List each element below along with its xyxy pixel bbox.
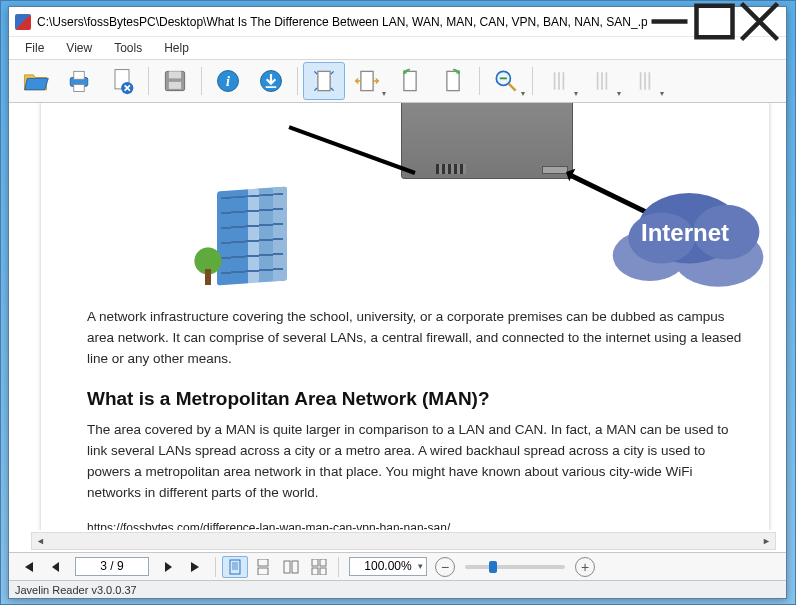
status-bar: Javelin Reader v3.0.0.37 <box>9 580 786 598</box>
dropdown-icon: ▾ <box>617 89 621 98</box>
maximize-button[interactable] <box>692 8 737 36</box>
svg-rect-0 <box>697 6 733 38</box>
prev-page-button[interactable] <box>43 556 69 578</box>
save-button[interactable] <box>154 62 196 100</box>
separator <box>338 557 339 577</box>
svg-rect-2 <box>74 71 85 79</box>
toolbar: i ▾ ▾ ▾ ▾ <box>9 59 786 103</box>
internet-label: Internet <box>601 219 769 247</box>
menu-view[interactable]: View <box>56 39 102 57</box>
document-viewport[interactable]: Internet A network infrastructure coveri… <box>9 103 786 552</box>
dropdown-icon: ▾ <box>521 89 525 98</box>
fit-width-button[interactable]: ▾ <box>346 62 388 100</box>
horizontal-scrollbar[interactable]: ◄ ► <box>31 532 776 550</box>
continuous-view-button[interactable] <box>250 556 276 578</box>
paragraph-1: A network infrastructure covering the sc… <box>87 307 747 370</box>
window-title: C:\Users\fossBytesPC\Desktop\What Is The… <box>37 15 647 29</box>
menu-file[interactable]: File <box>15 39 54 57</box>
svg-rect-7 <box>169 71 181 78</box>
svg-rect-15 <box>447 71 459 90</box>
separator <box>148 67 149 95</box>
svg-rect-24 <box>640 72 642 90</box>
extra-tool-3[interactable]: ▾ <box>624 62 666 100</box>
svg-rect-19 <box>558 72 560 90</box>
svg-rect-33 <box>258 559 268 566</box>
zoom-slider[interactable] <box>465 565 565 569</box>
svg-rect-26 <box>649 72 651 90</box>
fit-page-button[interactable] <box>303 62 345 100</box>
svg-rect-36 <box>292 561 298 573</box>
server-graphic <box>401 103 573 179</box>
minimize-button[interactable] <box>647 8 692 36</box>
close-button[interactable] <box>737 8 782 36</box>
menu-tools[interactable]: Tools <box>104 39 152 57</box>
title-bar[interactable]: C:\Users\fossBytesPC\Desktop\What Is The… <box>9 7 786 37</box>
open-button[interactable] <box>15 62 57 100</box>
svg-rect-3 <box>74 85 85 92</box>
menu-bar: File View Tools Help <box>9 37 786 59</box>
rotate-right-button[interactable] <box>432 62 474 100</box>
network-diagram: Internet <box>177 109 753 299</box>
zoom-out-button[interactable]: − <box>435 557 455 577</box>
paragraph-2: The area covered by a MAN is quite large… <box>87 420 747 504</box>
window-controls <box>647 8 782 36</box>
svg-rect-23 <box>606 72 608 90</box>
print-button[interactable] <box>58 62 100 100</box>
zoom-tool-button[interactable]: ▾ <box>485 62 527 100</box>
menu-help[interactable]: Help <box>154 39 199 57</box>
separator <box>215 557 216 577</box>
app-icon <box>15 14 31 30</box>
svg-rect-39 <box>312 568 318 575</box>
single-page-view-button[interactable] <box>222 556 248 578</box>
status-text: Javelin Reader v3.0.0.37 <box>15 584 137 596</box>
svg-rect-22 <box>601 72 603 90</box>
svg-rect-17 <box>500 78 507 80</box>
svg-rect-12 <box>318 71 330 90</box>
separator <box>297 67 298 95</box>
first-page-button[interactable] <box>15 556 41 578</box>
scroll-left-icon[interactable]: ◄ <box>32 533 49 549</box>
navigation-bar: 3 / 9 100.00% − + <box>9 552 786 580</box>
internet-cloud-graphic: Internet <box>601 177 776 295</box>
dropdown-icon: ▾ <box>382 89 386 98</box>
continuous-facing-view-button[interactable] <box>306 556 332 578</box>
svg-rect-20 <box>563 72 565 90</box>
app-window: C:\Users\fossBytesPC\Desktop\What Is The… <box>8 6 787 599</box>
separator <box>479 67 480 95</box>
zoom-combo[interactable]: 100.00% <box>349 557 427 576</box>
scroll-track[interactable] <box>49 533 758 549</box>
svg-text:i: i <box>226 74 230 89</box>
dropdown-icon: ▾ <box>660 89 664 98</box>
heading-man: What is a Metropolitan Area Network (MAN… <box>87 388 753 410</box>
svg-rect-14 <box>404 71 416 90</box>
footer-url: https://fossbytes.com/difference-lan-wan… <box>87 521 753 530</box>
next-page-button[interactable] <box>155 556 181 578</box>
rotate-left-button[interactable] <box>389 62 431 100</box>
download-button[interactable] <box>250 62 292 100</box>
building-graphic <box>217 187 287 286</box>
info-button[interactable]: i <box>207 62 249 100</box>
page-number-input[interactable]: 3 / 9 <box>75 557 149 576</box>
scroll-right-icon[interactable]: ► <box>758 533 775 549</box>
svg-rect-8 <box>169 82 181 89</box>
dropdown-icon: ▾ <box>574 89 578 98</box>
svg-rect-35 <box>284 561 290 573</box>
svg-rect-13 <box>361 71 373 90</box>
svg-rect-37 <box>312 559 318 566</box>
svg-rect-21 <box>597 72 599 90</box>
last-page-button[interactable] <box>183 556 209 578</box>
extra-tool-2[interactable]: ▾ <box>581 62 623 100</box>
close-file-button[interactable] <box>101 62 143 100</box>
svg-rect-18 <box>554 72 556 90</box>
extra-tool-1[interactable]: ▾ <box>538 62 580 100</box>
separator <box>532 67 533 95</box>
zoom-in-button[interactable]: + <box>575 557 595 577</box>
svg-rect-38 <box>320 559 326 566</box>
svg-rect-40 <box>320 568 326 575</box>
svg-rect-25 <box>644 72 646 90</box>
svg-rect-34 <box>258 568 268 575</box>
pdf-page: Internet A network infrastructure coveri… <box>41 103 769 530</box>
facing-view-button[interactable] <box>278 556 304 578</box>
separator <box>201 67 202 95</box>
tree-graphic <box>192 245 224 277</box>
